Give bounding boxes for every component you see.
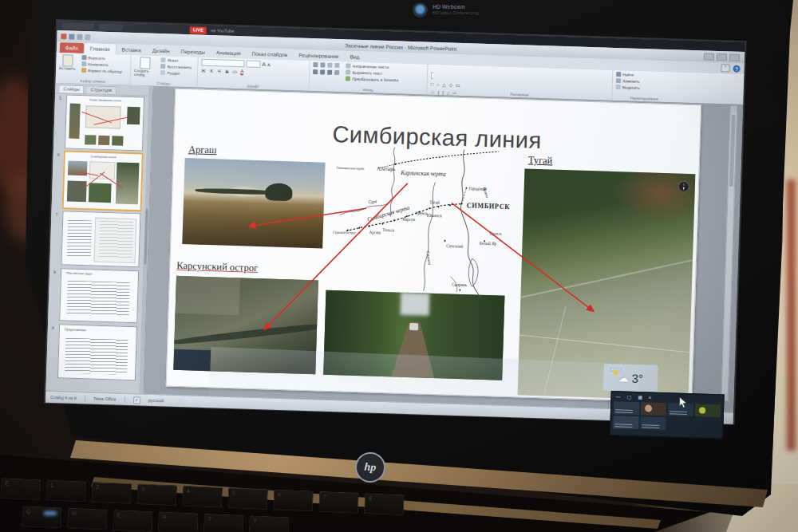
slide-thumbnail-7[interactable]: 7 bbox=[61, 211, 140, 267]
news-tile[interactable] bbox=[640, 416, 666, 430]
section-icon bbox=[160, 70, 165, 75]
smartart-icon bbox=[346, 76, 350, 81]
laptop-screen: LIVE на YouTube Засечные линии России - … bbox=[45, 21, 745, 424]
keyboard-key: Q bbox=[22, 506, 62, 528]
pane-tab-outline[interactable]: Структура bbox=[86, 85, 117, 94]
ribbon-right-controls: ^ ? bbox=[721, 64, 740, 73]
spellcheck-icon[interactable]: ✓ bbox=[133, 396, 140, 404]
language-indicator[interactable]: русский bbox=[148, 398, 164, 404]
menu-icon[interactable]: ≡ bbox=[649, 396, 652, 400]
replace-button[interactable]: Заменить bbox=[616, 78, 640, 84]
keyboard-key: 2 bbox=[91, 482, 132, 504]
webcam-lens-icon bbox=[413, 2, 428, 18]
reset-button[interactable]: Восстановить bbox=[161, 64, 192, 69]
reset-icon bbox=[161, 64, 166, 69]
photo-scene: LIVE на YouTube Засечные линии России - … bbox=[0, 0, 798, 532]
keyboard-key: 3 bbox=[136, 483, 177, 506]
slide-thumbnail-8[interactable]: 8 Перспективы задач bbox=[59, 268, 139, 323]
align-text-button[interactable]: Выровнять текст bbox=[346, 69, 399, 76]
card-view-icon[interactable]: ▢ bbox=[626, 395, 631, 400]
news-tile[interactable] bbox=[613, 416, 638, 429]
live-badge: LIVE bbox=[190, 26, 207, 34]
group-paragraph: Направление текста Выровнять текст Преоб… bbox=[309, 61, 428, 95]
find-button[interactable]: Найти bbox=[616, 72, 640, 77]
keyboard-key: 7 bbox=[318, 491, 359, 514]
font-name-input[interactable] bbox=[201, 59, 244, 68]
shadow-icon[interactable]: ab bbox=[231, 69, 237, 74]
tab-home[interactable]: Главная bbox=[84, 42, 117, 54]
section-button[interactable]: Раздел bbox=[160, 70, 192, 76]
window-controls bbox=[704, 53, 740, 61]
grid-view-icon[interactable]: ▦ bbox=[638, 395, 642, 400]
group-slides: Создать слайд Макет Восстановить Раздел … bbox=[131, 55, 199, 88]
news-flyout[interactable]: — ▢ ▦ ≡ bbox=[610, 391, 725, 439]
minimize-button[interactable] bbox=[704, 53, 714, 60]
slides-pane: Слайды Структура 5 Новая Закамская линия bbox=[45, 83, 153, 394]
new-slide-icon bbox=[140, 57, 150, 69]
browser-tab[interactable] bbox=[99, 24, 123, 31]
font-color-icon[interactable]: A bbox=[240, 69, 243, 75]
news-tile-logo[interactable] bbox=[695, 404, 721, 417]
keyboard-key: 4 bbox=[182, 486, 223, 508]
scroll-up-icon[interactable] bbox=[731, 107, 737, 113]
browser-tab[interactable] bbox=[62, 22, 94, 30]
layout-button[interactable]: Макет bbox=[161, 57, 192, 63]
align-right-icon[interactable] bbox=[327, 70, 332, 75]
align-text-icon bbox=[346, 69, 351, 74]
font-style-buttons[interactable]: Ж К Ч bbox=[201, 69, 223, 74]
restore-button[interactable] bbox=[717, 53, 727, 61]
layout-icon bbox=[161, 57, 166, 62]
tab-design[interactable]: Дизайн bbox=[147, 45, 176, 57]
group-font: A A Ж К Ч S ab A Шрифт bbox=[197, 57, 310, 91]
temperature: 3° bbox=[631, 371, 643, 384]
indent-decrease-icon[interactable] bbox=[327, 63, 332, 68]
slide-scrollbar[interactable] bbox=[721, 106, 737, 401]
wall-red-stripe bbox=[787, 179, 796, 451]
tab-file[interactable]: Файл bbox=[60, 42, 84, 53]
strikethrough-icon[interactable]: S bbox=[225, 69, 228, 74]
theme-name: Тема Office bbox=[93, 396, 117, 402]
slide-thumbnail-9[interactable]: 9 Предложения bbox=[57, 324, 137, 380]
font-size-input[interactable] bbox=[246, 60, 260, 68]
shrink-font-icon[interactable]: A bbox=[267, 62, 271, 67]
tab-insert[interactable]: Вставка bbox=[116, 44, 147, 55]
tab-view[interactable]: Вид bbox=[344, 51, 365, 62]
align-center-icon[interactable] bbox=[320, 69, 325, 74]
slide-thumbnail-6-selected[interactable]: 6 Симбирская линия bbox=[62, 150, 144, 211]
select-button[interactable]: Выделить bbox=[616, 85, 640, 90]
minimize-icon[interactable]: — bbox=[615, 394, 620, 399]
align-left-icon[interactable] bbox=[313, 69, 318, 74]
flyout-toolbar: — ▢ ▦ ≡ bbox=[615, 394, 721, 402]
keyboard-key: 6 bbox=[273, 489, 314, 511]
keyboard-key: 8 bbox=[364, 493, 405, 515]
power-led bbox=[44, 511, 57, 515]
browser-tab-title[interactable]: на YouTube bbox=[211, 28, 234, 33]
news-tile-portrait[interactable] bbox=[641, 402, 666, 416]
new-slide-button[interactable]: Создать слайд bbox=[134, 57, 156, 77]
grow-font-icon[interactable]: A bbox=[262, 61, 266, 67]
collapse-ribbon-icon[interactable]: ^ bbox=[721, 64, 729, 72]
keyboard-key: 5 bbox=[227, 487, 268, 510]
copy-button[interactable]: Копировать bbox=[81, 61, 122, 68]
cut-button[interactable]: Вырезать bbox=[81, 55, 122, 61]
keyboard-key: R bbox=[158, 511, 199, 532]
news-tile[interactable] bbox=[614, 401, 639, 415]
close-button[interactable] bbox=[729, 53, 740, 61]
columns-icon[interactable] bbox=[334, 70, 339, 75]
indent-increase-icon[interactable] bbox=[334, 63, 339, 68]
pane-tab-slides[interactable]: Слайды bbox=[58, 85, 85, 93]
select-icon bbox=[616, 85, 621, 89]
scrollbar-thumb[interactable] bbox=[729, 115, 736, 187]
group-clipboard: Вставить Вырезать Копировать Формат по о… bbox=[56, 53, 132, 85]
numbering-icon[interactable] bbox=[320, 62, 325, 67]
keyboard-key: 1 bbox=[45, 479, 86, 502]
weather-widget[interactable]: ☁ 3° bbox=[603, 364, 658, 392]
bullets-icon[interactable] bbox=[313, 62, 318, 67]
smartart-button[interactable]: Преобразовать в SmartArt bbox=[346, 76, 398, 82]
text-direction-button[interactable]: Направление текста bbox=[346, 63, 399, 69]
slide-thumbnail-5[interactable]: 5 Новая Закамская линия bbox=[65, 94, 144, 151]
news-tiles bbox=[613, 401, 721, 432]
format-painter-button[interactable]: Формат по образцу bbox=[81, 68, 122, 74]
help-icon[interactable]: ? bbox=[733, 65, 740, 72]
paste-button[interactable]: Вставить bbox=[59, 54, 76, 71]
